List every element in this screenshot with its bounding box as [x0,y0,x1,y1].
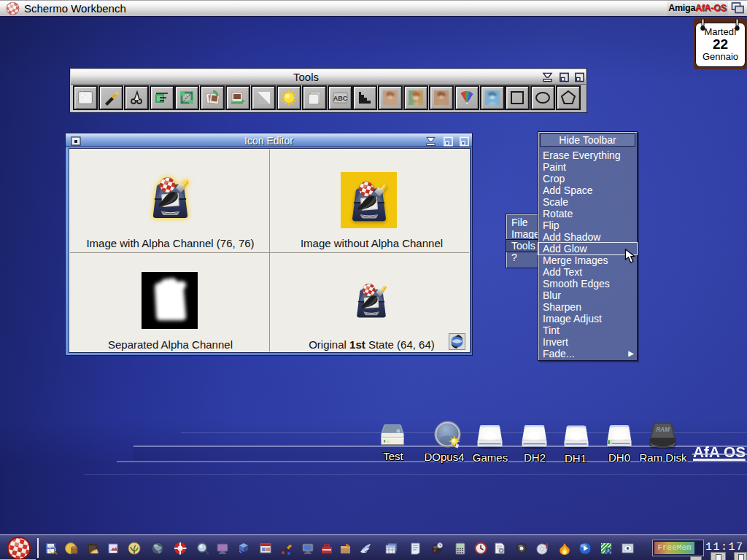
svg-text:ABC: ABC [333,95,347,102]
